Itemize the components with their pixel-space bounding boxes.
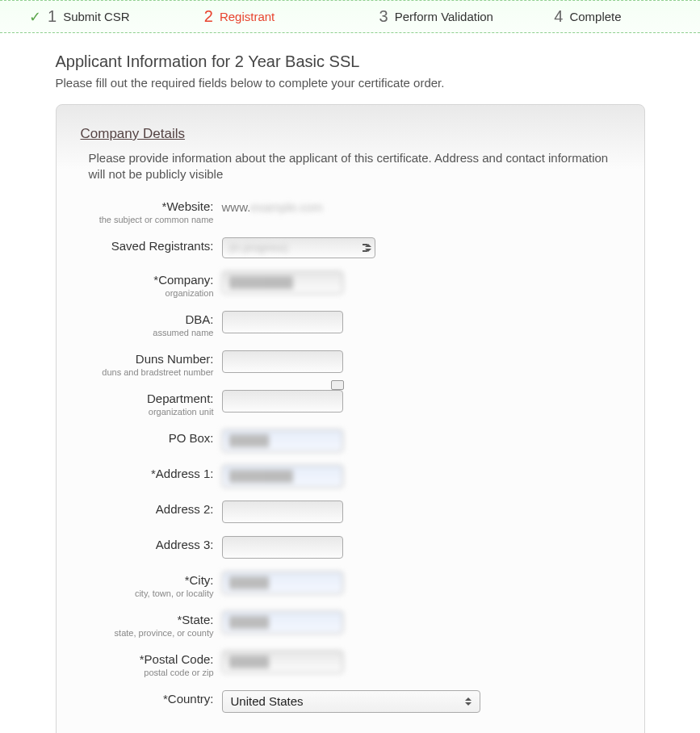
dba-hint: assumed name [81,328,214,337]
city-label: *City: [81,573,214,587]
address2-input[interactable] [222,501,343,523]
state-input[interactable] [222,611,343,634]
step-number: 2 [204,7,213,26]
step-submit-csr: ✓ 1 Submit CSR [0,7,175,26]
saved-registrants-value: (in progress) [229,241,288,253]
step-label: Registrant [220,10,275,23]
step-label: Submit CSR [63,10,130,23]
country-label: *Country: [81,692,214,706]
step-complete: 4 Complete [525,7,700,26]
pobox-input[interactable] [222,429,343,452]
step-bar: ✓ 1 Submit CSR 2 Registrant 3 Perform Va… [0,0,700,33]
dropdown-icon [465,697,472,706]
postal-label: *Postal Code: [81,652,214,666]
dba-input[interactable] [222,311,343,333]
step-perform-validation: 3 Perform Validation [350,7,526,26]
step-number: 3 [379,7,388,26]
step-label: Perform Validation [395,10,493,23]
address1-input[interactable] [222,465,343,488]
step-label: Complete [569,10,621,23]
company-details-panel: Company Details Please provide informati… [56,104,645,733]
contact-card-icon [331,380,344,390]
step-number: 1 [48,7,57,26]
pobox-label: PO Box: [81,431,214,445]
website-label: *Website: [81,199,214,213]
city-input[interactable] [222,572,343,594]
page-title: Applicant Information for 2 Year Basic S… [56,52,645,71]
country-value: United States [231,694,304,708]
section-description: Please provide information about the app… [89,150,620,183]
city-hint: city, town, or locality [81,588,214,598]
company-hint: organization [81,288,214,298]
address1-label: *Address 1: [81,467,214,480]
address3-label: Address 3: [81,538,214,551]
page-subtitle: Please fill out the required fields belo… [56,76,645,90]
saved-registrants-select[interactable]: (in progress) [222,237,375,258]
department-hint: organization unit [81,407,214,417]
department-input[interactable] [222,390,343,413]
duns-label: Duns Number: [81,352,214,366]
company-label: *Company: [81,273,214,287]
state-hint: state, province, or county [81,628,214,638]
postal-input[interactable] [222,651,343,673]
department-label: Department: [81,392,214,405]
dba-label: DBA: [81,312,214,326]
section-title: Company Details [81,126,620,142]
address3-input[interactable] [222,536,343,559]
duns-hint: duns and bradstreet number [81,367,214,377]
company-input[interactable] [222,271,343,294]
duns-input[interactable] [222,350,343,373]
saved-registrants-label: Saved Registrants: [81,239,214,253]
website-value: www.example.com [222,198,323,214]
postal-hint: postal code or zip [81,668,214,677]
check-icon: ✓ [29,8,41,26]
dropdown-icon [365,244,371,252]
country-select[interactable]: United States [222,690,480,713]
website-hint: the subject or common name [81,215,214,224]
step-registrant: 2 Registrant [175,7,350,26]
address2-label: Address 2: [81,502,214,516]
step-number: 4 [554,7,563,26]
state-label: *State: [81,613,214,626]
